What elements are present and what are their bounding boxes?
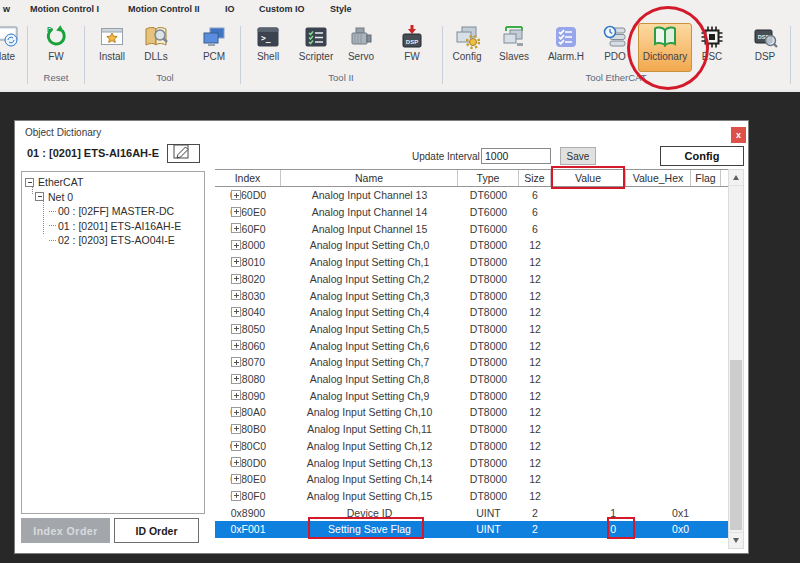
scrollbar-thumb[interactable] <box>730 360 742 530</box>
cell: 0x80D0 <box>215 454 281 471</box>
pcm-button[interactable]: PCM <box>191 24 237 68</box>
vertical-scrollbar[interactable] <box>728 169 744 549</box>
table-row[interactable]: 0x8010Analog Input Setting Ch,1DT800012 <box>215 254 728 271</box>
table-row[interactable]: 0x8080Analog Input Setting Ch,8DT800012 <box>215 371 728 388</box>
dlls-button[interactable]: DLLs <box>133 24 179 68</box>
dialog-title: Object Dictionary <box>25 127 101 138</box>
slaves-button[interactable]: Slaves <box>491 24 537 68</box>
table-row[interactable]: 0x8090Analog Input Setting Ch,9DT800012 <box>215 387 728 404</box>
table-row[interactable]: 0x8030Analog Input Setting Ch,3DT800012 <box>215 287 728 304</box>
shell-button[interactable]: >_ Shell <box>245 24 291 68</box>
tab-style[interactable]: Style <box>330 4 352 14</box>
table-row[interactable]: 0x80E0Analog Input Setting Ch,14DT800012 <box>215 471 728 488</box>
scroll-up-icon[interactable] <box>729 170 743 186</box>
alarm-history-button[interactable]: Alarm.H <box>543 24 589 68</box>
index-order-button[interactable]: Index Order <box>21 518 110 543</box>
tree-item-slave-1[interactable]: 01 : [0201] ETS-AI16AH-E <box>25 219 204 234</box>
cell <box>551 404 626 421</box>
cell: 2 <box>519 521 551 538</box>
tab-motion-control-2[interactable]: Motion Control II <box>128 4 199 14</box>
table-row[interactable]: 0x80F0Analog Input Setting Ch,15DT800012 <box>215 488 728 505</box>
update-button[interactable]: late <box>0 24 30 68</box>
esc-button[interactable]: ESC <box>689 24 735 68</box>
table-row[interactable]: 0x60F0Analog Input Channel 15DT60006 <box>215 220 728 237</box>
expand-icon[interactable] <box>231 223 241 233</box>
save-button[interactable]: Save <box>560 147 596 165</box>
expand-icon[interactable] <box>231 390 241 400</box>
install-button[interactable]: Install <box>89 24 135 68</box>
expand-icon[interactable] <box>231 491 241 501</box>
fw-reset-button[interactable]: F FW <box>33 24 79 68</box>
expand-icon[interactable] <box>231 240 241 250</box>
tab-custom-io[interactable]: Custom IO <box>259 4 305 14</box>
expand-icon[interactable] <box>231 424 241 434</box>
expand-icon[interactable] <box>231 274 241 284</box>
cell <box>626 237 691 254</box>
close-icon[interactable]: x <box>731 127 746 143</box>
column-header-type[interactable]: Type <box>458 170 519 186</box>
fw-button[interactable]: DSP FW <box>389 24 435 68</box>
cell: UINT <box>458 504 519 521</box>
tab-io[interactable]: IO <box>225 4 235 14</box>
table-row[interactable]: 0x8070Analog Input Setting Ch,7DT800012 <box>215 354 728 371</box>
expand-icon[interactable] <box>231 257 241 267</box>
expand-icon[interactable] <box>231 474 241 484</box>
table-row[interactable]: 0x8000Analog Input Setting Ch,0DT800012 <box>215 237 728 254</box>
edit-button[interactable] <box>167 144 200 163</box>
collapse-icon[interactable] <box>25 178 34 187</box>
config-button[interactable]: Config <box>660 146 744 166</box>
table-row[interactable]: 0x80D0Analog Input Setting Ch,13DT800012 <box>215 454 728 471</box>
column-header-value-hex[interactable]: Value_Hex <box>626 170 691 186</box>
update-interval-input[interactable] <box>481 148 551 164</box>
table-row[interactable]: 0x8060Analog Input Setting Ch,6DT800012 <box>215 337 728 354</box>
scroll-down-icon[interactable] <box>729 532 743 548</box>
expand-icon[interactable] <box>231 374 241 384</box>
tree-item-slave-2[interactable]: 02 : [0203] ETS-AO04I-E <box>25 233 204 248</box>
reset-icon: F <box>43 24 69 50</box>
pdo-button[interactable]: PDO <box>592 24 638 68</box>
tree-item-master[interactable]: 00 : [02FF] MASTER-DC <box>25 204 204 219</box>
expand-icon[interactable] <box>231 407 241 417</box>
id-order-button[interactable]: ID Order <box>114 518 199 543</box>
table-row[interactable]: 0x80A0Analog Input Setting Ch,10DT800012 <box>215 404 728 421</box>
tree-item-net0[interactable]: Net 0 <box>25 190 204 205</box>
table-row[interactable]: 0x8020Analog Input Setting Ch,2DT800012 <box>215 271 728 288</box>
expand-icon[interactable] <box>231 457 241 467</box>
cell: 12 <box>519 421 551 438</box>
config-ribbon-button[interactable]: Config <box>444 24 490 68</box>
expand-icon[interactable] <box>231 190 241 200</box>
table-row[interactable]: 0x8040Analog Input Setting Ch,4DT800012 <box>215 304 728 321</box>
table-row[interactable]: 0x8050Analog Input Setting Ch,5DT800012 <box>215 321 728 338</box>
table-row[interactable]: 0xF001Setting Save FlagUINT200x0 <box>215 521 728 538</box>
table-row[interactable]: 0x60E0Analog Input Channel 14DT60006 <box>215 204 728 221</box>
cell: Analog Input Setting Ch,11 <box>281 421 458 438</box>
collapse-icon[interactable] <box>35 192 44 201</box>
expand-icon[interactable] <box>231 441 241 451</box>
expand-icon[interactable] <box>231 340 241 350</box>
table-row[interactable]: 0x80B0Analog Input Setting Ch,11DT800012 <box>215 421 728 438</box>
table-row[interactable]: 0x8900Device IDUINT210x1 <box>215 504 728 521</box>
expand-icon[interactable] <box>231 324 241 334</box>
servo-button[interactable]: Servo <box>338 24 384 68</box>
tree-item-ethercat[interactable]: EtherCAT <box>25 175 204 190</box>
tab-motion-control-1[interactable]: Motion Control I <box>30 4 99 14</box>
column-header-index[interactable]: Index <box>215 170 281 186</box>
dlls-icon <box>143 24 169 50</box>
tab-view-partial[interactable]: w <box>3 4 10 14</box>
dictionary-button[interactable]: Dictionary <box>638 23 692 72</box>
ribbon-button-label: Install <box>99 51 125 62</box>
expand-icon[interactable] <box>231 357 241 367</box>
cell <box>551 438 626 455</box>
table-row[interactable]: 0x60D0Analog Input Channel 13DT60006 <box>215 187 728 204</box>
expand-icon[interactable] <box>231 307 241 317</box>
expand-icon[interactable] <box>231 207 241 217</box>
column-header-size[interactable]: Size <box>519 170 551 186</box>
scripter-button[interactable]: Scripter <box>293 24 339 68</box>
column-header-name[interactable]: Name <box>281 170 458 186</box>
dsp-button[interactable]: DSP DSP <box>742 24 788 68</box>
column-header-flag[interactable]: Flag <box>691 170 721 186</box>
table-row[interactable]: 0x80C0Analog Input Setting Ch,12DT800012 <box>215 438 728 455</box>
expand-icon[interactable] <box>231 290 241 300</box>
cell: Device ID <box>281 504 458 521</box>
column-header-value[interactable]: Value <box>551 170 626 186</box>
